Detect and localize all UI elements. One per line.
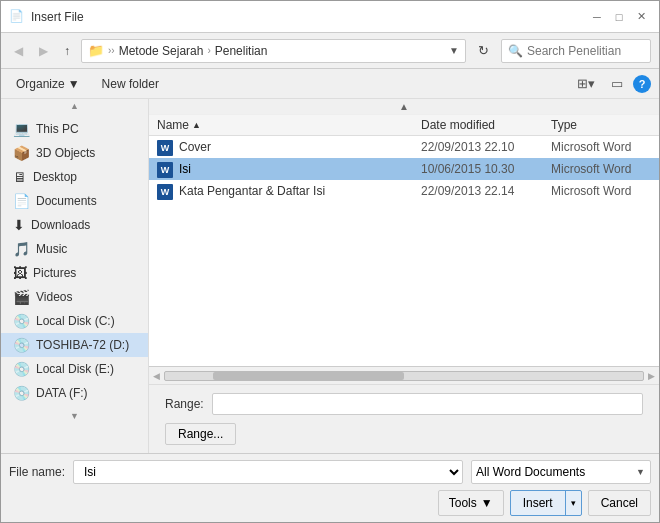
- cancel-button[interactable]: Cancel: [588, 490, 651, 516]
- sidebar-item-label: Local Disk (C:): [36, 314, 115, 328]
- tools-button[interactable]: Tools ▼: [438, 490, 504, 516]
- 3d-objects-icon: 📦: [13, 145, 30, 161]
- file-scroll-up[interactable]: ▲: [149, 99, 659, 115]
- new-folder-button[interactable]: New folder: [95, 74, 166, 94]
- up-button[interactable]: ↑: [59, 41, 75, 61]
- file-type-isi: Microsoft Word: [551, 162, 651, 176]
- sidebar-item-label: This PC: [36, 122, 79, 136]
- toolbar: ◀ ▶ ↑ 📁 ›› Metode Sejarah › Penelitian ▼…: [1, 33, 659, 69]
- tools-label: Tools: [449, 496, 477, 510]
- sidebar-item-3d-objects[interactable]: 📦 3D Objects: [1, 141, 148, 165]
- insert-button[interactable]: Insert ▾: [510, 490, 582, 516]
- sort-icon: ▲: [192, 120, 201, 130]
- word-icon-cover: W: [157, 139, 173, 156]
- sidebar-item-toshiba-d[interactable]: 💿 TOSHIBA-72 (D:): [1, 333, 148, 357]
- sidebar-item-label: Pictures: [33, 266, 76, 280]
- horizontal-scrollbar[interactable]: [164, 371, 644, 381]
- filetype-select[interactable]: All Word Documents Word Documents (*.doc…: [471, 460, 651, 484]
- file-name-kata: Kata Pengantar & Daftar Isi: [179, 184, 421, 198]
- sidebar-item-label: 3D Objects: [36, 146, 95, 160]
- sidebar-item-pictures[interactable]: 🖼 Pictures: [1, 261, 148, 285]
- sidebar-item-label: Local Disk (E:): [36, 362, 114, 376]
- sidebar-item-label: Desktop: [33, 170, 77, 184]
- close-button[interactable]: ✕: [631, 7, 651, 27]
- action-bar-right: ⊞▾ ▭ ?: [571, 73, 651, 94]
- filetype-wrapper: All Word Documents Word Documents (*.doc…: [471, 460, 651, 484]
- organize-button[interactable]: Organize ▼: [9, 74, 87, 94]
- range-section: Range:: [149, 384, 659, 423]
- file-item-cover[interactable]: W Cover 22/09/2013 22.10 Microsoft Word: [149, 136, 659, 158]
- insert-dropdown-arrow[interactable]: ▾: [566, 491, 581, 515]
- file-item-isi[interactable]: W Isi 10/06/2015 10.30 Microsoft Word: [149, 158, 659, 180]
- sidebar-item-this-pc[interactable]: 💻 This PC: [1, 117, 148, 141]
- file-name-isi: Isi: [179, 162, 421, 176]
- pane-button[interactable]: ▭: [605, 73, 629, 94]
- sidebar-item-videos[interactable]: 🎬 Videos: [1, 285, 148, 309]
- folder-icon: 📁: [88, 43, 104, 58]
- view-arrow: ▾: [588, 76, 595, 91]
- column-name-header[interactable]: Name ▲: [157, 118, 421, 132]
- title-controls: ─ □ ✕: [587, 7, 651, 27]
- organize-arrow: ▼: [68, 77, 80, 91]
- breadcrumb-metode: Metode Sejarah: [119, 44, 204, 58]
- sidebar-item-local-disk-c[interactable]: 💿 Local Disk (C:): [1, 309, 148, 333]
- main-content: ▲ 💻 This PC 📦 3D Objects 🖥 Desktop 📄 Doc…: [1, 99, 659, 453]
- action-row: Tools ▼ Insert ▾ Cancel: [9, 490, 651, 516]
- range-button-area: Range...: [149, 423, 659, 453]
- file-type-kata: Microsoft Word: [551, 184, 651, 198]
- back-button[interactable]: ◀: [9, 41, 28, 61]
- desktop-icon: 🖥: [13, 169, 27, 185]
- file-name-cover: Cover: [179, 140, 421, 154]
- view-icon: ⊞: [577, 76, 588, 91]
- file-date-cover: 22/09/2013 22.10: [421, 140, 551, 154]
- filename-input[interactable]: Isi: [73, 460, 463, 484]
- pictures-icon: 🖼: [13, 265, 27, 281]
- sidebar: ▲ 💻 This PC 📦 3D Objects 🖥 Desktop 📄 Doc…: [1, 99, 149, 453]
- window-title: Insert File: [31, 10, 84, 24]
- sidebar-list: 💻 This PC 📦 3D Objects 🖥 Desktop 📄 Docum…: [1, 113, 149, 409]
- forward-button[interactable]: ▶: [34, 41, 53, 61]
- minimize-button[interactable]: ─: [587, 7, 607, 27]
- tools-arrow: ▼: [481, 496, 493, 510]
- h-scroll-left[interactable]: ◀: [153, 371, 160, 381]
- refresh-button[interactable]: ↻: [472, 40, 495, 61]
- file-panel: ▲ Name ▲ Date modified Type W: [149, 99, 659, 453]
- sidebar-item-local-disk-e[interactable]: 💿 Local Disk (E:): [1, 357, 148, 381]
- breadcrumb-separator-1: ››: [108, 45, 115, 56]
- data-f-icon: 💿: [13, 385, 30, 401]
- column-type-header[interactable]: Type: [551, 118, 651, 132]
- breadcrumb-bar[interactable]: 📁 ›› Metode Sejarah › Penelitian ▼: [81, 39, 466, 63]
- insert-main-label: Insert: [511, 491, 566, 515]
- help-button[interactable]: ?: [633, 75, 651, 93]
- sidebar-item-label: Music: [36, 242, 67, 256]
- view-options-button[interactable]: ⊞▾: [571, 73, 601, 94]
- sidebar-scroll-up[interactable]: ▲: [1, 99, 148, 113]
- filename-row: File name: Isi All Word Documents Word D…: [9, 460, 651, 484]
- pane-icon: ▭: [611, 76, 623, 91]
- downloads-icon: ⬇: [13, 217, 25, 233]
- maximize-button[interactable]: □: [609, 7, 629, 27]
- sidebar-item-data-f[interactable]: 💿 DATA (F:): [1, 381, 148, 405]
- sidebar-scroll-down[interactable]: ▼: [1, 409, 148, 423]
- search-input[interactable]: [527, 44, 644, 58]
- sidebar-item-downloads[interactable]: ⬇ Downloads: [1, 213, 148, 237]
- search-icon: 🔍: [508, 44, 523, 58]
- action-bar: Organize ▼ New folder ⊞▾ ▭ ?: [1, 69, 659, 99]
- search-bar: 🔍: [501, 39, 651, 63]
- sidebar-item-desktop[interactable]: 🖥 Desktop: [1, 165, 148, 189]
- range-button[interactable]: Range...: [165, 423, 236, 445]
- videos-icon: 🎬: [13, 289, 30, 305]
- window-icon: 📄: [9, 9, 25, 25]
- title-bar: 📄 Insert File ─ □ ✕: [1, 1, 659, 33]
- organize-label: Organize: [16, 77, 65, 91]
- column-date-header[interactable]: Date modified: [421, 118, 551, 132]
- this-pc-icon: 💻: [13, 121, 30, 137]
- range-input[interactable]: [212, 393, 643, 415]
- breadcrumb-dropdown-button[interactable]: ▼: [449, 45, 459, 56]
- file-date-isi: 10/06/2015 10.30: [421, 162, 551, 176]
- breadcrumb-arrow: ›: [207, 45, 210, 56]
- file-item-kata-pengantar[interactable]: W Kata Pengantar & Daftar Isi 22/09/2013…: [149, 180, 659, 202]
- sidebar-item-documents[interactable]: 📄 Documents: [1, 189, 148, 213]
- h-scroll-right[interactable]: ▶: [648, 371, 655, 381]
- sidebar-item-music[interactable]: 🎵 Music: [1, 237, 148, 261]
